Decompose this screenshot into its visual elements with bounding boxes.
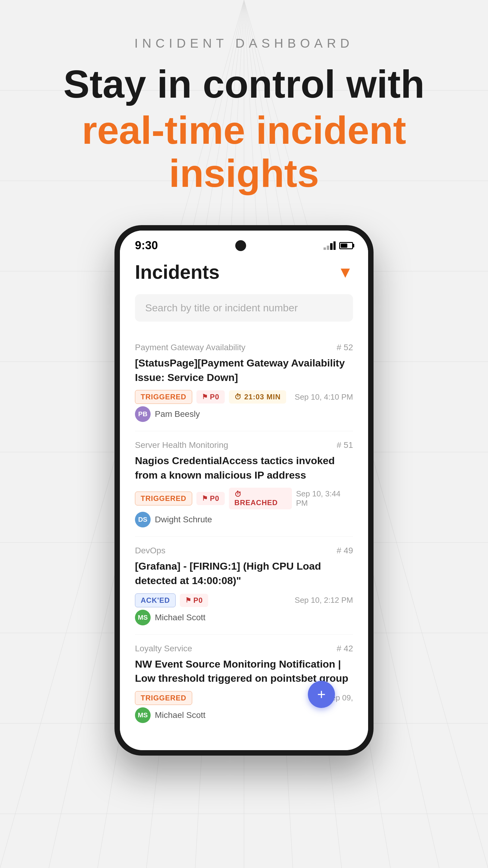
- incident-meta: Loyalty Service # 42: [135, 644, 353, 653]
- label-tag: INCIDENT DASHBOARD: [64, 36, 425, 51]
- incident-meta: Server Health Monitoring # 51: [135, 440, 353, 450]
- badge-acked: ACK'ED: [135, 593, 175, 607]
- search-placeholder: Search by title or incident number: [145, 302, 298, 313]
- headline-orange-line2: insights: [64, 152, 425, 195]
- badge-p0: ⚑ P0: [196, 390, 225, 404]
- svg-marker-22: [330, 243, 332, 250]
- svg-marker-21: [327, 246, 329, 250]
- svg-marker-20: [324, 247, 326, 250]
- incident-assignee: DS Dwight Schrute: [135, 512, 353, 527]
- incident-title: [Grafana] - [FIRING:1] (High CPU Load de…: [135, 559, 353, 588]
- headline-orange-line1: real-time incident: [64, 109, 425, 152]
- incident-service: Loyalty Service: [135, 644, 192, 653]
- badge-p0: ⚑ P0: [180, 594, 208, 607]
- badge-triggered: TRIGGERED: [135, 691, 192, 705]
- status-bar: 9:30: [120, 230, 368, 255]
- flag-icon: ⚑: [185, 596, 192, 604]
- incident-number: # 51: [337, 440, 353, 450]
- badge-p0: ⚑ P0: [196, 492, 225, 505]
- incident-card[interactable]: DevOps # 49 [Grafana] - [FIRING:1] (High…: [135, 537, 353, 634]
- incident-title: [StatusPage][Payment Gateway Availabilit…: [135, 356, 353, 384]
- badge-breached: ⏱ BREACHED: [229, 488, 292, 509]
- badge-triggered: TRIGGERED: [135, 492, 192, 505]
- incident-number: # 42: [337, 644, 353, 653]
- headline-black: Stay in control with: [64, 63, 425, 106]
- content-wrapper: INCIDENT DASHBOARD Stay in control with …: [0, 0, 488, 755]
- assignee-name: Michael Scott: [155, 613, 205, 622]
- app-content: Incidents ▼ Search by title or incident …: [120, 255, 368, 750]
- incident-card[interactable]: Payment Gateway Availability # 52 [Statu…: [135, 334, 353, 431]
- filter-icon[interactable]: ▼: [338, 263, 353, 281]
- badges-row: TRIGGERED ⚑ P0 ⏱ 21:03 MIN Sep 10, 4:10 …: [135, 390, 353, 404]
- phone-screen: 9:30: [120, 230, 368, 750]
- flag-icon: ⚑: [202, 495, 208, 502]
- status-icons: [324, 241, 353, 250]
- incident-title: Nagios CredentialAccess tactics invoked …: [135, 454, 353, 482]
- flag-icon: ⚑: [202, 393, 208, 401]
- incident-meta: Payment Gateway Availability # 52: [135, 343, 353, 352]
- signal-icon: [324, 241, 335, 250]
- avatar: PB: [135, 406, 151, 422]
- assignee-name: Pam Beesly: [155, 409, 200, 419]
- incident-assignee: MS Michael Scott: [135, 707, 353, 723]
- assignee-name: Michael Scott: [155, 710, 205, 720]
- app-header: Incidents ▼: [135, 261, 353, 283]
- badge-triggered: TRIGGERED: [135, 390, 192, 404]
- battery-cap: [353, 244, 354, 247]
- badges-row: TRIGGERED ⚑ P0 ⏱ BREACHED Sep 10, 3:44 P…: [135, 488, 353, 509]
- avatar: MS: [135, 707, 151, 723]
- incident-card[interactable]: Loyalty Service # 42 NW Event Source Mon…: [135, 635, 353, 732]
- battery-icon: [339, 242, 353, 249]
- incident-card[interactable]: Server Health Monitoring # 51 Nagios Cre…: [135, 431, 353, 537]
- incident-number: # 52: [337, 343, 353, 352]
- incident-service: DevOps: [135, 546, 165, 555]
- incident-time: Sep 10, 4:10 PM: [295, 393, 353, 402]
- status-time: 9:30: [135, 239, 158, 252]
- app-title: Incidents: [135, 261, 220, 283]
- phone-frame: 9:30: [115, 225, 373, 755]
- incident-assignee: MS Michael Scott: [135, 610, 353, 625]
- header-section: INCIDENT DASHBOARD Stay in control with …: [39, 36, 449, 195]
- incident-time: Sep 10, 3:44 PM: [296, 489, 353, 508]
- incident-service: Server Health Monitoring: [135, 440, 228, 450]
- incident-time: Sep 10, 2:12 PM: [295, 595, 353, 605]
- incident-service: Payment Gateway Availability: [135, 343, 246, 352]
- assignee-name: Dwight Schrute: [155, 515, 212, 524]
- phone-mockup: 9:30: [115, 225, 373, 755]
- fab-button[interactable]: +: [308, 681, 335, 708]
- avatar: DS: [135, 512, 151, 527]
- incident-number: # 49: [337, 546, 353, 555]
- svg-marker-23: [333, 241, 335, 250]
- badges-row: ACK'ED ⚑ P0 Sep 10, 2:12 PM: [135, 593, 353, 607]
- badge-timer: ⏱ 21:03 MIN: [229, 390, 286, 404]
- avatar: MS: [135, 610, 151, 625]
- battery-fill: [341, 244, 347, 248]
- incident-assignee: PB Pam Beesly: [135, 406, 353, 422]
- camera-notch: [235, 240, 246, 251]
- search-bar[interactable]: Search by title or incident number: [135, 294, 353, 321]
- incident-meta: DevOps # 49: [135, 546, 353, 555]
